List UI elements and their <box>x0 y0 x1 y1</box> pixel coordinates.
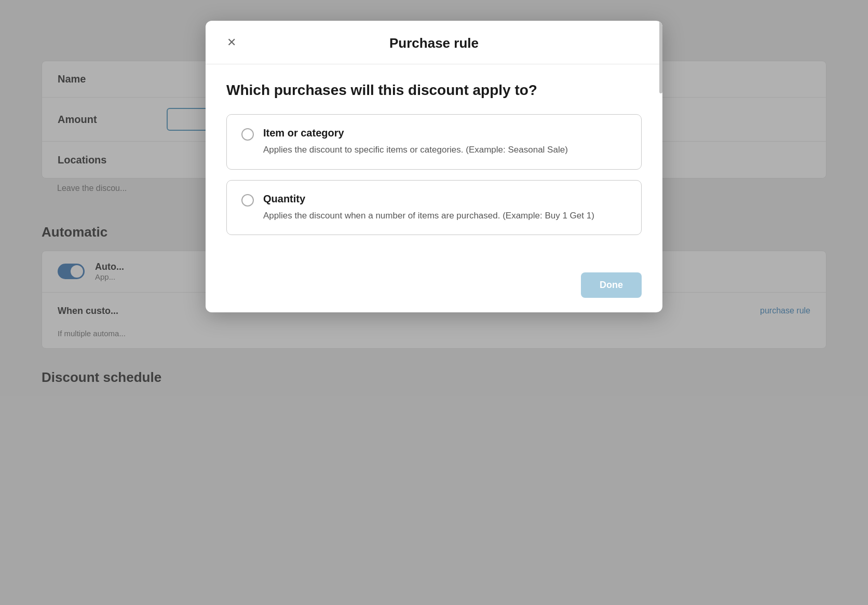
option-quantity-content: Quantity Applies the discount when a num… <box>263 193 594 223</box>
option-item-category-content: Item or category Applies the discount to… <box>263 127 568 157</box>
option-item-category-title: Item or category <box>263 127 568 139</box>
option-item-category-desc: Applies the discount to specific items o… <box>263 143 568 157</box>
radio-item-category[interactable] <box>241 128 254 141</box>
modal-scrollbar <box>659 21 662 64</box>
modal-header: ✕ Purchase rule <box>206 21 662 64</box>
modal-body: Which purchases will this discount apply… <box>206 64 662 262</box>
radio-quantity[interactable] <box>241 194 254 207</box>
option-quantity-desc: Applies the discount when a number of it… <box>263 209 594 223</box>
modal-question: Which purchases will this discount apply… <box>226 81 642 100</box>
modal-title: Purchase rule <box>389 35 479 51</box>
option-item-category[interactable]: Item or category Applies the discount to… <box>226 114 642 170</box>
option-quantity-title: Quantity <box>263 193 594 205</box>
purchase-rule-modal: ✕ Purchase rule Which purchases will thi… <box>206 21 662 312</box>
modal-overlay: ✕ Purchase rule Which purchases will thi… <box>0 0 868 605</box>
option-quantity[interactable]: Quantity Applies the discount when a num… <box>226 180 642 236</box>
modal-footer: Done <box>206 262 662 312</box>
modal-close-button[interactable]: ✕ <box>222 33 241 52</box>
modal-scroll-thumb[interactable] <box>659 21 662 93</box>
done-button[interactable]: Done <box>581 272 642 298</box>
